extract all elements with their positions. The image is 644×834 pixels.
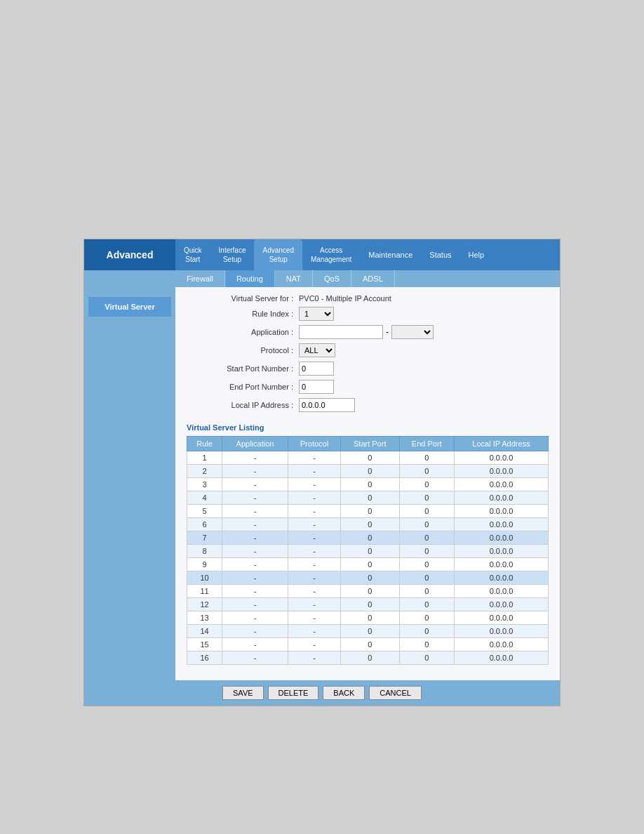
subnav-qos[interactable]: QoS xyxy=(313,270,351,287)
table-row[interactable]: 5--000.0.0.0 xyxy=(187,505,549,518)
table-cell: 9 xyxy=(187,558,222,571)
protocol-label: Protocol : xyxy=(187,346,299,355)
protocol-row: Protocol : ALL TCP UDP xyxy=(187,343,549,357)
table-row[interactable]: 3--000.0.0.0 xyxy=(187,478,549,491)
table-row[interactable]: 6--000.0.0.0 xyxy=(187,518,549,531)
table-cell: 2 xyxy=(187,465,222,478)
table-cell: - xyxy=(222,518,288,531)
table-cell: - xyxy=(288,545,340,558)
table-cell: 0 xyxy=(340,638,399,651)
save-button[interactable]: SAVE xyxy=(222,686,264,700)
subnav-nat[interactable]: NAT xyxy=(275,270,313,287)
table-row[interactable]: 7--000.0.0.0 xyxy=(187,531,549,545)
table-cell: - xyxy=(288,478,340,491)
table-row[interactable]: 12--000.0.0.0 xyxy=(187,598,549,611)
rule-index-select[interactable]: 1 2 3 xyxy=(299,307,334,321)
table-cell: 0 xyxy=(399,571,454,585)
table-cell: 0 xyxy=(340,478,399,491)
top-nav: QuickStart InterfaceSetup AdvancedSetup … xyxy=(175,239,560,270)
application-select[interactable] xyxy=(391,325,434,339)
local-ip-input[interactable] xyxy=(299,398,355,412)
table-cell: 0 xyxy=(340,531,399,545)
table-cell: 11 xyxy=(187,585,222,598)
table-cell: 0 xyxy=(399,478,454,491)
nav-quick-start[interactable]: QuickStart xyxy=(175,239,210,270)
form-area: Virtual Server for : PVC0 - Multiple IP … xyxy=(187,294,549,412)
table-cell: 3 xyxy=(187,478,222,491)
table-cell: - xyxy=(288,518,340,531)
table-cell: 0 xyxy=(340,625,399,638)
table-row[interactable]: 9--000.0.0.0 xyxy=(187,558,549,571)
subnav-adsl[interactable]: ADSL xyxy=(351,270,395,287)
table-row[interactable]: 1--000.0.0.0 xyxy=(187,451,549,465)
table-cell: - xyxy=(222,465,288,478)
application-text-input[interactable] xyxy=(299,325,383,339)
nav-access-management[interactable]: AccessManagement xyxy=(302,239,360,270)
table-cell: - xyxy=(222,531,288,545)
delete-button[interactable]: DELETE xyxy=(268,686,319,700)
table-cell: 0.0.0.0 xyxy=(454,558,548,571)
table-cell: 7 xyxy=(187,531,222,545)
footer-bar: SAVE DELETE BACK CANCEL xyxy=(84,680,560,706)
table-cell: 16 xyxy=(187,651,222,665)
table-row[interactable]: 13--000.0.0.0 xyxy=(187,611,549,625)
table-row[interactable]: 11--000.0.0.0 xyxy=(187,585,549,598)
table-cell: 10 xyxy=(187,571,222,585)
table-cell: 0 xyxy=(399,451,454,465)
table-cell: - xyxy=(222,585,288,598)
table-cell: - xyxy=(222,651,288,665)
table-row[interactable]: 8--000.0.0.0 xyxy=(187,545,549,558)
table-cell: 0 xyxy=(340,571,399,585)
table-cell: - xyxy=(288,558,340,571)
table-cell: 0 xyxy=(399,505,454,518)
table-cell: 6 xyxy=(187,518,222,531)
table-cell: - xyxy=(288,491,340,505)
table-cell: 0.0.0.0 xyxy=(454,505,548,518)
col-start-port: Start Port xyxy=(340,437,399,451)
table-cell: 0 xyxy=(340,598,399,611)
col-end-port: End Port xyxy=(399,437,454,451)
table-cell: 0.0.0.0 xyxy=(454,585,548,598)
protocol-select[interactable]: ALL TCP UDP xyxy=(299,343,335,357)
table-cell: - xyxy=(288,585,340,598)
main-content: Virtual Server for : PVC0 - Multiple IP … xyxy=(175,287,560,680)
nav-advanced-setup[interactable]: AdvancedSetup xyxy=(254,239,302,270)
table-row[interactable]: 2--000.0.0.0 xyxy=(187,465,549,478)
table-row[interactable]: 15--000.0.0.0 xyxy=(187,638,549,651)
subnav-firewall[interactable]: Firewall xyxy=(175,270,225,287)
table-cell: - xyxy=(288,505,340,518)
table-cell: 0.0.0.0 xyxy=(454,571,548,585)
table-cell: 0.0.0.0 xyxy=(454,531,548,545)
table-cell: 4 xyxy=(187,491,222,505)
table-cell: 0 xyxy=(399,531,454,545)
nav-maintenance[interactable]: Maintenance xyxy=(360,239,421,270)
table-cell: 15 xyxy=(187,638,222,651)
table-row[interactable]: 16--000.0.0.0 xyxy=(187,651,549,665)
subnav-routing[interactable]: Routing xyxy=(225,270,275,287)
table-row[interactable]: 4--000.0.0.0 xyxy=(187,491,549,505)
table-row[interactable]: 10--000.0.0.0 xyxy=(187,571,549,585)
table-cell: - xyxy=(222,491,288,505)
nav-status[interactable]: Status xyxy=(421,239,459,270)
rule-index-label: Rule Index : xyxy=(187,310,299,318)
application-dash: - xyxy=(386,327,389,337)
table-cell: 14 xyxy=(187,625,222,638)
cancel-button[interactable]: CANCEL xyxy=(369,686,422,700)
table-cell: 0 xyxy=(340,505,399,518)
table-cell: - xyxy=(222,571,288,585)
nav-interface-setup[interactable]: InterfaceSetup xyxy=(210,239,255,270)
table-cell: - xyxy=(288,451,340,465)
end-port-input[interactable] xyxy=(299,380,334,394)
table-row[interactable]: 14--000.0.0.0 xyxy=(187,625,549,638)
nav-help[interactable]: Help xyxy=(460,239,493,270)
back-button[interactable]: BACK xyxy=(323,686,365,700)
sidebar-item-virtual-server[interactable]: Virtual Server xyxy=(88,297,171,317)
start-port-input[interactable] xyxy=(299,362,334,376)
table-cell: - xyxy=(288,651,340,665)
table-cell: 0.0.0.0 xyxy=(454,545,548,558)
brand-label: Advanced xyxy=(84,239,175,270)
end-port-row: End Port Number : xyxy=(187,380,549,394)
table-cell: 0.0.0.0 xyxy=(454,598,548,611)
application-inputs: - xyxy=(299,325,434,339)
table-cell: 0 xyxy=(399,491,454,505)
